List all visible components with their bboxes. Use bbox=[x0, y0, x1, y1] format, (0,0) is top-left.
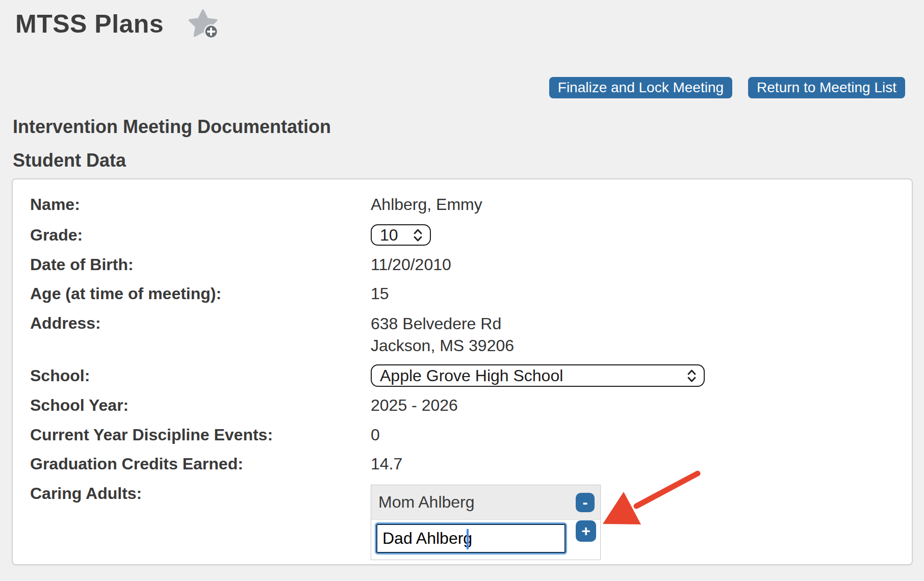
page-title: MTSS Plans bbox=[15, 9, 164, 39]
discipline-label: Current Year Discipline Events: bbox=[30, 425, 371, 445]
name-label: Name: bbox=[30, 194, 371, 215]
credits-value: 14.7 bbox=[371, 454, 402, 474]
age-value: 15 bbox=[371, 283, 389, 304]
mtss-plans-page: MTSS Plans Finalize and Lock Meeting Ret… bbox=[0, 0, 924, 581]
school-year-value: 2025 - 2026 bbox=[371, 395, 458, 415]
address-label: Address: bbox=[30, 313, 371, 333]
address-row: Address: 638 Belvedere Rd Jackson, MS 39… bbox=[30, 313, 907, 357]
credits-row: Graduation Credits Earned: 14.7 bbox=[30, 454, 907, 474]
discipline-value: 0 bbox=[371, 425, 380, 445]
caring-adult-new-entry-row: + bbox=[371, 520, 600, 560]
address-value: 638 Belvedere Rd Jackson, MS 39206 bbox=[371, 313, 514, 357]
select-chevrons-icon bbox=[687, 369, 697, 383]
dob-row: Date of Birth: 11/20/2010 bbox=[30, 254, 907, 275]
age-label: Age (at time of meeting): bbox=[30, 283, 371, 304]
text-cursor bbox=[467, 529, 469, 549]
grade-label: Grade: bbox=[30, 225, 371, 245]
grade-row: Grade: 10 bbox=[30, 224, 907, 246]
new-caring-adult-input[interactable] bbox=[376, 524, 566, 553]
dob-label: Date of Birth: bbox=[30, 254, 371, 275]
address-line-2: Jackson, MS 39206 bbox=[371, 336, 514, 355]
student-data-panel: Name: Ahlberg, Emmy Grade: 10 Date of Bi… bbox=[12, 178, 913, 565]
school-row: School: Apple Grove High School bbox=[30, 364, 907, 387]
add-caring-adult-button[interactable]: + bbox=[576, 520, 596, 542]
address-line-1: 638 Belvedere Rd bbox=[371, 314, 501, 333]
credits-label: Graduation Credits Earned: bbox=[30, 454, 371, 474]
grade-select[interactable]: 10 bbox=[371, 224, 431, 246]
name-value: Ahlberg, Emmy bbox=[371, 194, 482, 215]
remove-caring-adult-button[interactable]: - bbox=[576, 493, 595, 512]
student-data-heading: Student Data bbox=[13, 150, 126, 171]
grade-select-value: 10 bbox=[380, 226, 398, 245]
finalize-and-lock-meeting-button[interactable]: Finalize and Lock Meeting bbox=[549, 77, 732, 98]
return-to-meeting-list-button[interactable]: Return to Meeting List bbox=[748, 77, 905, 98]
toolbar: Finalize and Lock Meeting Return to Meet… bbox=[549, 77, 905, 98]
caring-adult-list-item: Mom Ahlberg - bbox=[371, 485, 600, 520]
age-row: Age (at time of meeting): 15 bbox=[30, 283, 907, 304]
caring-adults-widget: Mom Ahlberg - + bbox=[371, 485, 601, 560]
school-year-label: School Year: bbox=[30, 395, 371, 415]
discipline-row: Current Year Discipline Events: 0 bbox=[30, 425, 907, 445]
star-plus-icon bbox=[187, 8, 220, 42]
school-year-row: School Year: 2025 - 2026 bbox=[30, 395, 907, 415]
name-row: Name: Ahlberg, Emmy bbox=[30, 194, 907, 215]
select-chevrons-icon bbox=[413, 228, 423, 242]
caring-adult-name: Mom Ahlberg bbox=[378, 493, 475, 512]
favorite-star-add-icon[interactable] bbox=[187, 8, 220, 42]
caring-adults-label: Caring Adults: bbox=[30, 483, 371, 504]
section-heading: Intervention Meeting Documentation bbox=[13, 116, 331, 138]
school-select[interactable]: Apple Grove High School bbox=[371, 364, 705, 387]
school-label: School: bbox=[30, 365, 371, 386]
school-select-value: Apple Grove High School bbox=[380, 366, 563, 385]
dob-value: 11/20/2010 bbox=[371, 254, 451, 275]
